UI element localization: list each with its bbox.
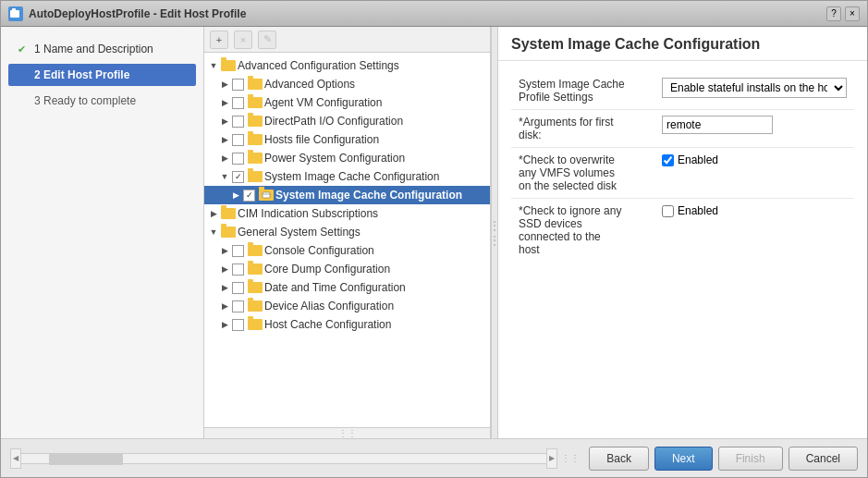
step-2-label: 2 Edit Host Profile [34, 68, 129, 81]
delete-button[interactable]: × [234, 31, 252, 49]
expand-arrow-cim: ▶ [208, 208, 219, 219]
field-label-ignore-ssd: *Check to ignore anySSD devicesconnected… [511, 199, 654, 263]
tree-hscroll[interactable]: ⋮⋮ [204, 427, 490, 438]
ignore-ssd-label: Enabled [678, 204, 718, 217]
help-button[interactable]: ? [826, 6, 841, 21]
tree-item-date-time[interactable]: ▶ Date and Time Configuration [204, 278, 490, 297]
checkbox-core-dump[interactable] [232, 264, 244, 276]
close-button[interactable]: × [845, 6, 860, 21]
folder-icon-cd [248, 264, 263, 275]
detail-panel: System Image Cache Configuration System … [498, 27, 867, 438]
tree-item-system-image-cache-child[interactable]: ▶ System Image Cache Configuration [204, 186, 490, 204]
tree-item-console[interactable]: ▶ Console Configuration [204, 241, 490, 260]
folder-icon-dp [248, 116, 263, 127]
table-row-first-disk: *Arguments for firstdisk: [511, 110, 854, 148]
overwrite-vmfs-checkbox[interactable] [662, 154, 674, 166]
tree-item-core-dump[interactable]: ▶ Core Dump Configuration [204, 260, 490, 278]
item-label-cc: Console Configuration [264, 244, 374, 257]
expand-arrow-dp: ▶ [219, 116, 230, 127]
field-value-first-disk[interactable] [654, 110, 854, 148]
svg-rect-1 [12, 8, 16, 11]
tree-panel: + × ✎ ▼ Advanced Configuration Settings … [204, 27, 491, 438]
app-icon [8, 6, 23, 21]
step-1-label: 1 Name and Description [34, 43, 153, 55]
main-window: AutoDeployHostProfile - Edit Host Profil… [0, 0, 868, 478]
table-row-ignore-ssd: *Check to ignore anySSD devicesconnected… [511, 199, 854, 263]
first-disk-input[interactable] [662, 116, 773, 134]
checkbox-host-cache[interactable] [232, 319, 244, 331]
tree-content[interactable]: ▼ Advanced Configuration Settings ▶ Adva… [204, 53, 490, 427]
tree-item-system-image-cache[interactable]: ▼ System Image Cache Configuration [204, 167, 490, 186]
expand-arrow: ▼ [208, 60, 219, 71]
checkbox-directpath[interactable] [232, 116, 244, 128]
item-label-ao: Advanced Options [264, 78, 355, 91]
field-value-ignore-ssd[interactable]: Enabled [654, 199, 854, 263]
checkbox-date-time[interactable] [232, 282, 244, 294]
tree-toolbar: + × ✎ [204, 27, 490, 53]
item-label-gs: General System Settings [238, 226, 361, 239]
expand-arrow-ao: ▶ [219, 79, 230, 90]
tree-item-power-system[interactable]: ▶ Power System Configuration [204, 149, 490, 167]
checkbox-system-image-cache-child[interactable] [243, 190, 255, 202]
folder-icon-cc [248, 245, 263, 256]
expand-arrow-avm: ▶ [219, 97, 230, 108]
tree-item-advanced-config[interactable]: ▼ Advanced Configuration Settings [204, 56, 490, 75]
next-button[interactable]: Next [654, 447, 713, 471]
folder-icon-cim [221, 208, 236, 219]
folder-icon-ao [248, 79, 263, 90]
tree-item-directpath[interactable]: ▶ DirectPath I/O Configuration [204, 112, 490, 130]
detail-header: System Image Cache Configuration [498, 27, 867, 61]
hscroll-track[interactable] [21, 453, 546, 464]
hscroll-left[interactable]: ◀ [10, 448, 21, 469]
finish-button[interactable]: Finish [718, 447, 783, 471]
checkbox-agent-vm[interactable] [232, 97, 244, 109]
folder-icon-dt [248, 282, 263, 293]
field-value-overwrite-vmfs[interactable]: Enabled [654, 148, 854, 199]
hscroll-thumb[interactable] [49, 454, 123, 465]
hscroll-right[interactable]: ▶ [546, 448, 557, 469]
expand-arrow-cc: ▶ [219, 245, 230, 256]
tree-item-general-system[interactable]: ▼ General System Settings [204, 223, 490, 241]
window-title: AutoDeployHostProfile - Edit Host Profil… [29, 7, 246, 20]
detail-table: System Image CacheProfile Settings Enabl… [511, 72, 854, 262]
folder-icon-hc [248, 319, 263, 330]
tree-item-agent-vm[interactable]: ▶ Agent VM Configuration [204, 93, 490, 112]
checkbox-power-system[interactable] [232, 153, 244, 165]
bottom-bar: ◀ ▶ ⋮⋮ Back Next Finish Cancel [1, 438, 867, 477]
tree-item-device-alias[interactable]: ▶ Device Alias Configuration [204, 297, 490, 315]
edit-button[interactable]: ✎ [258, 31, 276, 49]
detail-content: System Image CacheProfile Settings Enabl… [498, 61, 867, 438]
wizard-step-2[interactable]: 2 Edit Host Profile [8, 64, 196, 86]
bottom-drag-handle: ⋮⋮ [561, 453, 580, 463]
detail-title: System Image Cache Configuration [511, 36, 854, 53]
checkbox-device-alias[interactable] [232, 300, 244, 313]
drag-handle-vertical[interactable]: ⋮ ⋮ [491, 27, 498, 438]
item-label-cd: Core Dump Configuration [264, 263, 390, 276]
ignore-ssd-checkbox[interactable] [662, 205, 674, 217]
item-label-avm: Agent VM Configuration [264, 96, 382, 109]
add-button[interactable]: + [210, 31, 228, 49]
tree-item-cim[interactable]: ▶ CIM Indication Subscriptions [204, 204, 490, 223]
folder-icon-sic [248, 171, 263, 182]
checkbox-system-image-cache[interactable] [232, 171, 244, 183]
item-label-sic: System Image Cache Configuration [264, 170, 439, 183]
profile-settings-select[interactable]: Enable stateful installs on the host Dis… [662, 78, 847, 98]
expand-arrow-da: ▶ [219, 300, 230, 312]
cancel-button[interactable]: Cancel [789, 447, 858, 471]
wizard-step-3[interactable]: 3 Ready to complete [8, 90, 196, 112]
folder-icon-advanced-config [221, 60, 236, 71]
checkbox-hosts-file[interactable] [232, 134, 244, 146]
folder-icon-hf [248, 134, 263, 145]
back-button[interactable]: Back [589, 447, 649, 471]
tree-item-host-cache[interactable]: ▶ Host Cache Configuration [204, 315, 490, 334]
tree-item-hosts-file[interactable]: ▶ Hosts file Configuration [204, 130, 490, 149]
tree-item-advanced-options[interactable]: ▶ Advanced Options [204, 75, 490, 93]
step-3-icon [14, 93, 29, 108]
ignore-ssd-checkbox-row: Enabled [662, 204, 847, 217]
field-label-first-disk: *Arguments for firstdisk: [511, 110, 654, 148]
field-value-profile-settings[interactable]: Enable stateful installs on the host Dis… [654, 72, 854, 110]
checkbox-advanced-options[interactable] [232, 79, 244, 91]
item-label-da: Device Alias Configuration [264, 300, 394, 313]
wizard-step-1[interactable]: ✔ 1 Name and Description [8, 38, 196, 60]
checkbox-console[interactable] [232, 245, 244, 257]
